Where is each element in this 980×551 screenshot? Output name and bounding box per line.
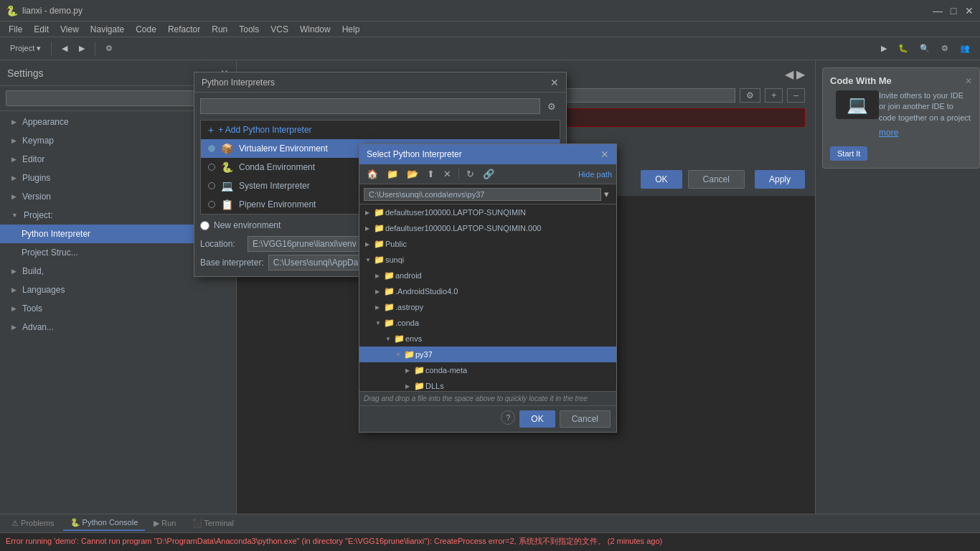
menu-tools[interactable]: Tools	[233, 23, 265, 36]
collab-start-btn[interactable]: Start It	[830, 146, 867, 161]
menu-help[interactable]: Help	[336, 23, 366, 36]
settings-title: Settings	[7, 67, 44, 79]
si-path-dropdown-btn[interactable]: ▾	[601, 187, 612, 201]
si-home-btn[interactable]: 🏠	[364, 167, 381, 181]
tab-run[interactable]: ▶ Run	[146, 517, 183, 530]
title-bar: 🐍 lianxi - demo.py — □ ✕	[0, 0, 980, 22]
si-ok-btn[interactable]: OK	[519, 410, 555, 428]
toolbar-collab[interactable]: 👥	[956, 42, 974, 55]
window-controls[interactable]: — □ ✕	[933, 6, 974, 16]
app-title: lianxi - demo.py	[22, 6, 83, 16]
tab-python-console[interactable]: 🐍 Python Console	[63, 516, 146, 531]
new-env-radio[interactable]	[200, 221, 209, 230]
menu-file[interactable]: File	[3, 23, 28, 36]
si-path-input[interactable]	[364, 188, 601, 201]
toolbar-search[interactable]: 🔍	[915, 42, 934, 55]
si-upload-btn[interactable]: ⬆	[424, 167, 438, 181]
interp-search-input[interactable]	[200, 98, 540, 114]
si-tree-item-androidstudio[interactable]: ▶ 📁 .AndroidStudio4.0	[359, 283, 616, 299]
toolbar-sep-1	[51, 42, 52, 56]
minimize-btn[interactable]: —	[933, 6, 943, 16]
si-help-btn[interactable]: ?	[501, 410, 515, 425]
si-dialog-buttons: ? OK Cancel	[359, 405, 616, 432]
py-interpreters-close[interactable]: ✕	[550, 77, 559, 88]
bottom-panel: ⚠ Problems 🐍 Python Console ▶ Run ⬛ Term…	[0, 514, 980, 551]
toolbar-gear[interactable]: ⚙	[937, 42, 953, 55]
interpreter-path-btn[interactable]: ⚙	[740, 88, 760, 103]
toolbar-settings[interactable]: ⚙	[101, 42, 117, 55]
menu-view[interactable]: View	[55, 23, 85, 36]
maximize-btn[interactable]: □	[948, 6, 958, 16]
si-tree-item-astropy[interactable]: ▶ 📁 .astropy	[359, 299, 616, 315]
si-hide-path-btn[interactable]: Hide path	[578, 170, 612, 179]
close-btn[interactable]: ✕	[964, 6, 974, 16]
select-interp-toolbar: 🏠 📁 📂 ⬆ ✕ ↻ 🔗 Hide path	[359, 164, 616, 184]
settings-item-tools[interactable]: ▶Tools	[0, 299, 236, 318]
settings-item-languages[interactable]: ▶Languages	[0, 281, 236, 299]
add-interp-btn[interactable]: + + Add Python Interpreter	[201, 121, 560, 139]
si-tree-item-condameta[interactable]: ▶ 📁 conda-meta	[359, 362, 616, 378]
menu-code[interactable]: Code	[130, 23, 162, 36]
toolbar: Project ▾ ◀ ▶ ⚙ ▶ 🐛 🔍 ⚙ 👥	[0, 37, 980, 60]
collab-title: Code With Me	[830, 75, 892, 86]
settings-apply-btn[interactable]: Apply	[755, 170, 805, 189]
interpreter-remove-btn[interactable]: –	[787, 88, 805, 103]
location-label: Location:	[200, 239, 243, 249]
si-tree-item-envs[interactable]: ▼ 📁 envs	[359, 331, 616, 347]
menu-refactor[interactable]: Refactor	[162, 23, 206, 36]
bottom-tabs: ⚠ Problems 🐍 Python Console ▶ Run ⬛ Term…	[0, 514, 980, 533]
bottom-content: Error running 'demo': Cannot run program…	[0, 533, 980, 551]
right-panel: Code With Me ✕ 💻 Invite others to your I…	[815, 60, 980, 514]
toolbar-project-btn[interactable]: Project ▾	[6, 42, 45, 55]
si-tree-item-dlls[interactable]: ▶ 📁 DLLs	[359, 378, 616, 391]
interp-radio-pipenv[interactable]	[208, 201, 215, 208]
si-tree-item-py37[interactable]: ▼ 📁 py37	[359, 347, 616, 362]
si-tree: ▶ 📁 defaultuser100000.LAPTOP-SUNQIMIN ▶ …	[359, 204, 616, 391]
si-cancel-btn[interactable]: Cancel	[560, 410, 611, 428]
menu-navigate[interactable]: Navigate	[85, 23, 130, 36]
si-tree-item-public[interactable]: ▶ 📁 Public	[359, 236, 616, 252]
si-toolbar-sep	[458, 169, 459, 180]
toolbar-run[interactable]: ▶	[877, 42, 891, 55]
menu-vcs[interactable]: VCS	[265, 23, 294, 36]
toolbar-back[interactable]: ◀	[57, 42, 72, 55]
si-tree-item-sunqi[interactable]: ▼ 📁 sunqi	[359, 252, 616, 268]
settings-ok-btn[interactable]: OK	[641, 170, 682, 189]
toolbar-forward[interactable]: ▶	[75, 42, 89, 55]
title-bar-left: 🐍 lianxi - demo.py	[6, 5, 83, 17]
app-icon: 🐍	[6, 5, 18, 17]
settings-cancel-btn[interactable]: Cancel	[688, 170, 745, 189]
menu-edit[interactable]: Edit	[28, 23, 55, 36]
py-interpreters-title: Python Interpreters	[202, 77, 275, 88]
si-delete-btn[interactable]: ✕	[440, 167, 454, 181]
menu-run[interactable]: Run	[206, 23, 233, 36]
si-refresh-btn[interactable]: ↻	[463, 167, 477, 181]
interpreter-add-btn[interactable]: +	[765, 88, 783, 103]
tab-terminal[interactable]: ⬛ Terminal	[185, 517, 241, 530]
menu-window[interactable]: Window	[294, 23, 336, 36]
settings-item-advanced[interactable]: ▶Advan...	[0, 318, 236, 336]
interp-radio-system[interactable]	[208, 182, 215, 189]
toolbar-debug[interactable]: 🐛	[894, 42, 913, 55]
si-tree-item-defaultuser2[interactable]: ▶ 📁 defaultuser100000.LAPTOP-SUNQIMIN.00…	[359, 220, 616, 236]
menu-bar: File Edit View Navigate Code Refactor Ru…	[0, 22, 980, 37]
select-interp-title-bar: Select Python Interpreter ✕	[359, 144, 616, 164]
collab-more-link[interactable]: more	[879, 128, 898, 138]
settings-nav-forward[interactable]: ▶	[796, 67, 805, 81]
tab-problems[interactable]: ⚠ Problems	[4, 517, 62, 530]
si-link-btn[interactable]: 🔗	[480, 167, 497, 181]
si-folder-btn[interactable]: 📁	[384, 167, 401, 181]
interp-radio-conda[interactable]	[208, 164, 215, 171]
select-interp-dialog: Select Python Interpreter ✕ 🏠 📁 📂 ⬆ ✕ ↻ …	[359, 143, 617, 433]
interp-search-btn[interactable]: ⚙	[543, 100, 560, 113]
settings-nav-back[interactable]: ◀	[785, 67, 793, 81]
select-interp-title-text: Select Python Interpreter	[367, 149, 462, 159]
select-interp-close[interactable]: ✕	[600, 149, 609, 160]
si-tree-item-android[interactable]: ▶ 📁 android	[359, 268, 616, 283]
si-tree-item-defaultuser1[interactable]: ▶ 📁 defaultuser100000.LAPTOP-SUNQIMIN	[359, 204, 616, 220]
si-new-folder-btn[interactable]: 📂	[404, 167, 421, 181]
si-drag-hint: Drag and drop a file into the space abov…	[359, 391, 616, 405]
si-tree-item-conda[interactable]: ▼ 📁 .conda	[359, 315, 616, 331]
interp-radio-virtualenv[interactable]	[208, 145, 215, 152]
collab-close-btn[interactable]: ✕	[965, 76, 972, 86]
